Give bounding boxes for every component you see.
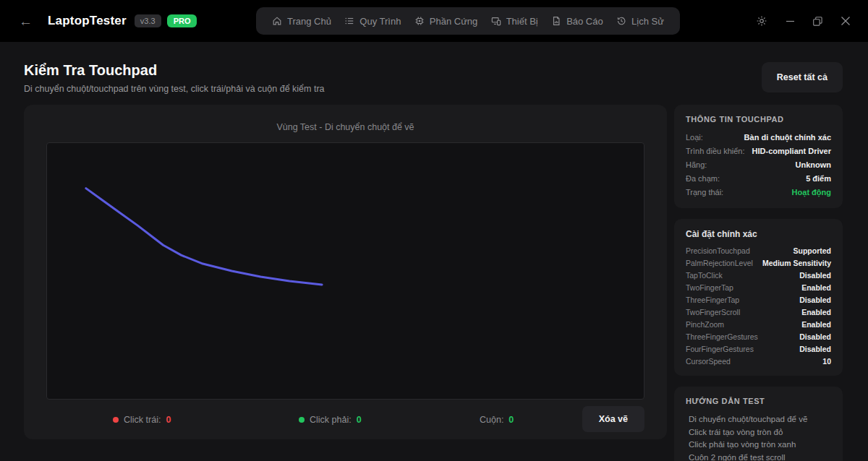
setting-row: ThreeFingerTap Disabled xyxy=(686,296,831,304)
stats-row: Click trái: 0 Click phải: 0 Cuộn: 0 Xóa … xyxy=(46,404,644,436)
setting-row-value: 10 xyxy=(822,357,831,366)
setting-row-label: PalmRejectionLevel xyxy=(686,259,753,267)
info-row-value: Bàn di chuột chính xác xyxy=(744,133,831,142)
history-icon xyxy=(616,16,626,26)
nav-item-phan-cung[interactable]: Phần Cứng xyxy=(414,16,478,27)
drawn-line xyxy=(86,189,322,285)
content: Vùng Test - Di chuyển chuột để vẽ Click … xyxy=(0,105,868,461)
home-icon xyxy=(272,16,282,26)
nav-item-quy-trinh[interactable]: Quy Trình xyxy=(344,16,401,27)
pro-badge: PRO xyxy=(167,14,197,27)
guide-item: Click trái tạo vòng tròn đỏ xyxy=(686,428,831,436)
guide-item: Click phải tạo vòng tròn xanh xyxy=(686,440,831,449)
scroll-stat: Cuộn: 0 xyxy=(480,415,514,425)
info-row-label: Trình điều khiển: xyxy=(686,147,745,155)
test-card: Vùng Test - Di chuyển chuột để vẽ Click … xyxy=(24,105,667,439)
clear-drawing-button[interactable]: Xóa vẽ xyxy=(582,406,644,432)
info-row-value: 5 điểm xyxy=(806,174,831,183)
devices-icon xyxy=(491,16,501,26)
info-row: Trình điều khiển: HID-compliant Driver xyxy=(686,147,831,155)
restore-icon[interactable] xyxy=(813,17,822,26)
back-arrow-icon[interactable]: ← xyxy=(19,14,33,28)
left-click-indicator-dot xyxy=(113,417,119,423)
page-subtitle: Di chuyển chuột/touchpad trên vùng test,… xyxy=(24,84,325,94)
info-row-value: Hoạt động xyxy=(792,188,831,197)
setting-row-label: CursorSpeed xyxy=(686,357,731,366)
nav-item-bao-cao[interactable]: Báo Cáo xyxy=(551,16,603,27)
setting-row: PalmRejectionLevel Medium Sensitivity xyxy=(686,259,831,267)
right-click-count: 0 xyxy=(357,415,362,425)
setting-row-value: Disabled xyxy=(799,332,831,341)
setting-row-value: Enabled xyxy=(801,308,831,316)
info-row: Loại: Bàn di chuột chính xác xyxy=(686,133,831,142)
nav-label: Trang Chủ xyxy=(287,16,331,27)
close-icon[interactable] xyxy=(841,16,851,26)
setting-row-value: Medium Sensitivity xyxy=(762,259,831,267)
setting-row-value: Enabled xyxy=(801,320,831,329)
nav-item-trang-chu[interactable]: Trang Chủ xyxy=(272,16,331,27)
setting-row-value: Disabled xyxy=(799,271,831,280)
guide-panel-title: HƯỚNG DẪN TEST xyxy=(686,397,831,405)
sidebar: THÔNG TIN TOUCHPAD Loại: Bàn di chuột ch… xyxy=(674,105,843,461)
test-area-title: Vùng Test - Di chuyển chuột để vẽ xyxy=(46,122,644,132)
nav-label: Báo Cáo xyxy=(566,16,603,27)
settings-panel-title: Cài đặt chính xác xyxy=(686,229,831,239)
chip-icon xyxy=(414,16,425,26)
guide-item: Di chuyển chuột/touchpad để vẽ xyxy=(686,415,831,423)
setting-row-value: Disabled xyxy=(799,345,831,353)
nav-label: Lịch Sử xyxy=(631,16,664,27)
setting-row: ThreeFingerGestures Disabled xyxy=(686,332,831,341)
setting-row: FourFingerGestures Disabled xyxy=(686,345,831,353)
left-click-label: Click trái: xyxy=(124,415,161,425)
app-title: LaptopTester xyxy=(48,14,127,28)
page-header: Kiểm Tra Touchpad Di chuyển chuột/touchp… xyxy=(0,42,868,105)
drawn-line-svg xyxy=(47,143,644,399)
scroll-count: 0 xyxy=(509,415,514,425)
reset-all-button[interactable]: Reset tất cả xyxy=(762,62,843,92)
scroll-label: Cuộn: xyxy=(480,415,503,425)
page-title: Kiểm Tra Touchpad xyxy=(24,62,325,79)
setting-row: PinchZoom Enabled xyxy=(686,320,831,329)
right-click-label: Click phải: xyxy=(310,415,352,425)
nav-label: Quy Trình xyxy=(359,16,401,27)
titlebar: ← LaptopTester v3.3 PRO Trang Chủ Quy Tr… xyxy=(0,0,868,42)
info-row-label: Hãng: xyxy=(686,160,707,169)
setting-row: CursorSpeed 10 xyxy=(686,357,831,366)
right-click-stat: Click phải: 0 xyxy=(299,415,362,425)
version-badge: v3.3 xyxy=(135,14,161,27)
setting-row-label: FourFingerGestures xyxy=(686,345,754,353)
info-row: Trạng thái: Hoạt động xyxy=(686,188,831,197)
touchpad-info-panel: THÔNG TIN TOUCHPAD Loại: Bàn di chuột ch… xyxy=(674,105,843,208)
info-row-value: Unknown xyxy=(796,160,832,169)
info-row-label: Loại: xyxy=(686,133,703,142)
setting-row: TwoFingerScroll Enabled xyxy=(686,308,831,316)
setting-row-label: PrecisionTouchpad xyxy=(686,246,750,255)
setting-row-value: Disabled xyxy=(799,296,831,304)
setting-row-label: TapToClick xyxy=(686,271,723,280)
test-guide-panel: HƯỚNG DẪN TEST Di chuyển chuột/touchpad … xyxy=(674,387,843,461)
setting-row-label: TwoFingerTap xyxy=(686,283,733,292)
right-click-indicator-dot xyxy=(299,417,305,423)
info-row: Đa chạm: 5 điểm xyxy=(686,174,831,183)
info-panel-title: THÔNG TIN TOUCHPAD xyxy=(686,115,831,124)
report-icon xyxy=(551,16,561,26)
setting-row: TapToClick Disabled xyxy=(686,271,831,280)
nav-item-thiet-bi[interactable]: Thiết Bị xyxy=(491,16,538,27)
setting-row: PrecisionTouchpad Supported xyxy=(686,246,831,255)
left-click-count: 0 xyxy=(166,415,171,425)
setting-row-label: TwoFingerScroll xyxy=(686,308,740,316)
nav-item-lich-su[interactable]: Lịch Sử xyxy=(616,16,664,27)
setting-row-label: ThreeFingerTap xyxy=(686,296,739,304)
setting-row-label: ThreeFingerGestures xyxy=(686,332,758,341)
setting-row-value: Enabled xyxy=(801,283,831,292)
gear-icon[interactable] xyxy=(756,15,767,27)
info-row: Hãng: Unknown xyxy=(686,160,831,169)
touchpad-test-canvas[interactable] xyxy=(46,142,644,400)
info-row-label: Trạng thái: xyxy=(686,188,723,197)
info-row-label: Đa chạm: xyxy=(686,174,720,183)
info-row-value: HID-compliant Driver xyxy=(752,147,831,155)
nav-label: Phần Cứng xyxy=(430,16,478,27)
left-click-stat: Click trái: 0 xyxy=(113,415,171,425)
minimize-icon[interactable] xyxy=(786,17,795,26)
setting-row-label: PinchZoom xyxy=(686,320,724,329)
